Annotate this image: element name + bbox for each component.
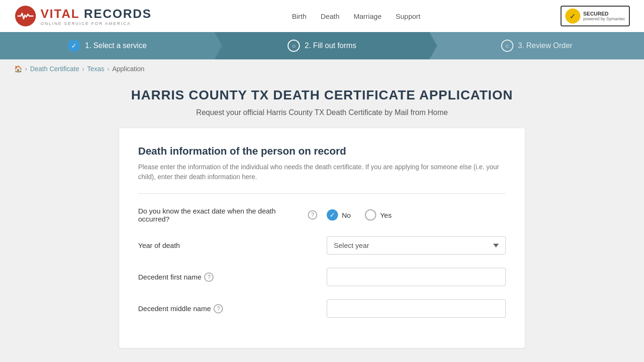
- radio-yes-label: Yes: [380, 211, 391, 219]
- radio-no-label: No: [342, 211, 351, 219]
- breadcrumb-state[interactable]: Texas: [87, 65, 105, 73]
- first-name-row: Decedent first name ?: [138, 268, 506, 286]
- progress-step-1: ✓ 1. Select a service: [0, 32, 215, 59]
- breadcrumb-home[interactable]: 🏠: [14, 65, 22, 73]
- site-header: VITAL RECORDS ONLINE SERVICE FOR AMERICA…: [0, 0, 644, 32]
- form-divider: [138, 193, 506, 194]
- year-control-area: Select year 2024 2023 2022 2021 2020: [327, 236, 506, 255]
- logo-icon: [14, 5, 37, 27]
- form-section-title: Death information of the person on recor…: [138, 145, 506, 157]
- nav-death[interactable]: Death: [321, 12, 339, 20]
- logo-tagline: ONLINE SERVICE FOR AMERICA: [41, 21, 152, 26]
- radio-no-circle: [327, 209, 338, 221]
- nav-support[interactable]: Support: [396, 12, 421, 20]
- main-nav: Birth Death Marriage Support: [292, 12, 421, 20]
- breadcrumb-current: Application: [112, 65, 145, 73]
- step2-icon: ○: [288, 40, 300, 52]
- logo-vital: VITAL: [41, 7, 80, 21]
- year-select[interactable]: Select year 2024 2023 2022 2021 2020: [327, 236, 506, 255]
- progress-step-3: ○ 3. Review Order: [429, 32, 644, 59]
- step1-label: 1. Select a service: [85, 41, 147, 50]
- exact-date-help-icon[interactable]: ?: [308, 210, 317, 220]
- first-name-input[interactable]: [327, 268, 506, 286]
- breadcrumb-sep-1: ›: [25, 65, 27, 73]
- logo-records: RECORDS: [84, 7, 152, 21]
- logo: VITAL RECORDS ONLINE SERVICE FOR AMERICA: [14, 5, 152, 27]
- page-title: HARRIS COUNTY TX DEATH CERTIFICATE APPLI…: [119, 88, 525, 103]
- breadcrumb-death-cert[interactable]: Death Certificate: [30, 65, 79, 73]
- breadcrumb-sep-3: ›: [107, 65, 109, 73]
- norton-label: SECURED: [583, 11, 625, 16]
- norton-powered: powered by Symantec: [583, 16, 625, 21]
- breadcrumb-sep-2: ›: [82, 65, 84, 73]
- exact-date-row: Do you know the exact date when the deat…: [138, 207, 506, 223]
- middle-name-row: Decedent middle name ?: [138, 299, 506, 318]
- form-card: Death information of the person on recor…: [119, 128, 525, 348]
- first-name-control: [327, 268, 506, 286]
- step3-label: 3. Review Order: [518, 41, 573, 50]
- progress-bar: ✓ 1. Select a service ○ 2. Fill out form…: [0, 32, 644, 59]
- exact-date-controls: No Yes: [327, 209, 506, 221]
- radio-yes-circle: [365, 209, 376, 221]
- middle-name-label: Decedent middle name ?: [138, 304, 317, 313]
- step3-icon: ○: [501, 40, 513, 52]
- exact-date-label: Do you know the exact date when the deat…: [138, 207, 317, 223]
- radio-yes[interactable]: Yes: [365, 209, 391, 221]
- nav-marriage[interactable]: Marriage: [354, 12, 381, 20]
- breadcrumb: 🏠 › Death Certificate › Texas › Applicat…: [0, 59, 644, 78]
- nav-birth[interactable]: Birth: [292, 12, 306, 20]
- year-label: Year of death: [138, 241, 317, 249]
- middle-name-control: [327, 299, 506, 318]
- step2-label: 2. Fill out forms: [305, 41, 356, 50]
- exact-date-radio-group: No Yes: [327, 209, 506, 221]
- page-subtitle: Request your official Harris County TX D…: [119, 108, 525, 117]
- form-section-desc: Please enter the information of the indi…: [138, 162, 506, 182]
- first-name-help-icon[interactable]: ?: [204, 272, 214, 282]
- middle-name-input[interactable]: [327, 299, 506, 318]
- step1-icon: ✓: [68, 40, 80, 52]
- first-name-label: Decedent first name ?: [138, 272, 317, 282]
- logo-text: VITAL RECORDS ONLINE SERVICE FOR AMERICA: [41, 7, 152, 26]
- radio-no[interactable]: No: [327, 209, 351, 221]
- progress-step-2: ○ 2. Fill out forms: [215, 32, 429, 59]
- year-of-death-row: Year of death Select year 2024 2023 2022…: [138, 236, 506, 255]
- norton-check-icon: ✓: [565, 8, 580, 24]
- norton-badge: ✓ SECURED powered by Symantec: [561, 6, 630, 26]
- main-content: HARRIS COUNTY TX DEATH CERTIFICATE APPLI…: [110, 88, 534, 348]
- middle-name-help-icon[interactable]: ?: [214, 304, 223, 313]
